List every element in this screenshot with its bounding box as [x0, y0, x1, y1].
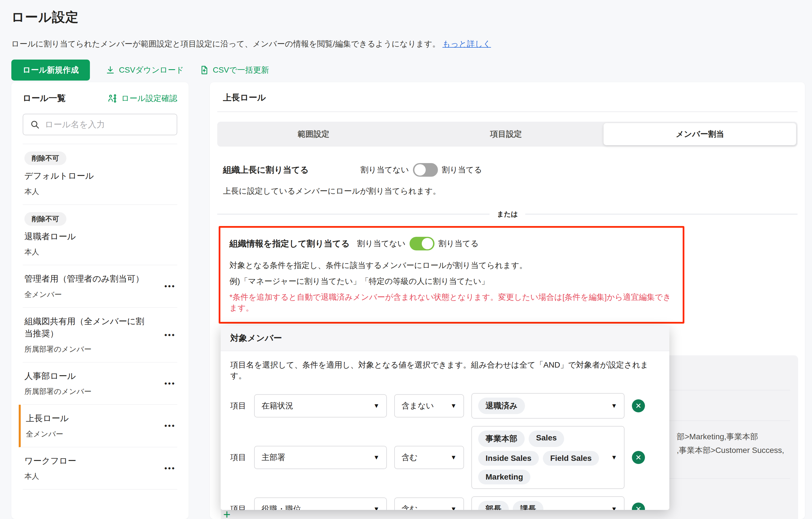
chevron-down-icon: ▼	[451, 402, 457, 409]
undeletable-badge: 削除不可	[24, 212, 66, 226]
chevron-down-icon: ▼	[451, 506, 457, 510]
more-menu-icon[interactable]: •••	[165, 464, 176, 472]
role-detail-tabs: 範囲設定 項目設定 メンバー割当	[217, 122, 798, 147]
values-multiselect[interactable]: 退職済み ▼	[471, 393, 625, 419]
assign-org-info-row: 組織情報を指定して割り当てる 割り当てない 割り当てる	[229, 237, 674, 251]
role-settings-check-link[interactable]: ロール設定確認	[108, 93, 177, 104]
assign-org-info-toggle[interactable]	[410, 237, 435, 251]
chevron-down-icon: ▼	[611, 402, 617, 409]
toggle-off-label: 割り当てない	[360, 165, 409, 175]
tab-scope-settings[interactable]: 範囲設定	[217, 122, 410, 147]
operator-select[interactable]: 含む ▼	[394, 497, 464, 510]
download-icon	[106, 65, 115, 75]
clipped-condition-value: ,事業本部>Customer Success,	[677, 445, 784, 456]
assign-superior-description: 上長に設定しているメンバーにロールが割り当てられます。	[223, 186, 798, 197]
target-members-editor: 対象メンバー 項目名を選択して、条件を適用し、対象となる値を選択できます。組み合…	[221, 325, 669, 510]
page-header: ロール設定 ロールに割り当てられたメンバーが範囲設定と項目設定に沿って、メンバー…	[0, 0, 812, 81]
value-pill: Sales	[529, 431, 564, 447]
value-pill: Marketing	[478, 470, 530, 484]
chevron-down-icon: ▼	[373, 454, 379, 461]
field-select[interactable]: 在籍状況 ▼	[254, 394, 387, 417]
sidebar-item-retired-role[interactable]: 削除不可 退職者ロール 本人	[23, 205, 177, 265]
toggle-on-label: 割り当てる	[438, 238, 479, 249]
assign-org-info-example: 例)「マネージャーに割り当てたい」「特定の等級の人に割り当てたい」	[229, 276, 674, 287]
role-list-title: ロール一覧	[23, 92, 65, 104]
role-diagram-icon	[108, 94, 117, 103]
or-divider-label: または	[497, 209, 518, 219]
sidebar-item-workflow-role[interactable]: ワークフロー 本人 •••	[23, 447, 177, 490]
role-search-input[interactable]	[45, 120, 170, 129]
value-pill: Inside Sales	[478, 451, 539, 466]
sidebar-item-superior-role[interactable]: 上長ロール 全メンバー •••	[19, 405, 177, 447]
page-description-text: ロールに割り当てられたメンバーが範囲設定と項目設定に沿って、メンバーの情報を閲覧…	[11, 39, 440, 48]
chevron-down-icon: ▼	[451, 454, 457, 461]
condition-row: 項目 役職・職位 ▼ 含む ▼ 部長 課長 ▼	[230, 496, 660, 510]
retired-members-warning: *条件を追加すると自動で退職済みメンバーが含まれない状態となります。変更したい場…	[229, 292, 674, 313]
role-list-sidebar: ロール一覧 ロール設定確認 削除不可 デフォルトロール 本人	[11, 82, 188, 519]
value-pill: 退職済み	[478, 398, 525, 414]
role-settings-page: ロール設定 ロールに割り当てられたメンバーが範囲設定と項目設定に沿って、メンバー…	[0, 0, 812, 519]
condition-row-label: 項目	[230, 400, 247, 411]
chevron-down-icon: ▼	[611, 506, 617, 510]
file-upload-icon	[200, 65, 209, 75]
learn-more-link[interactable]: もっと詳しく	[442, 39, 491, 48]
values-multiselect[interactable]: 部長 課長 ▼	[471, 496, 625, 510]
editor-description: 項目名を選択して、条件を適用し、対象となる値を選択できます。組み合わせは全て「A…	[230, 359, 660, 381]
sidebar-item-default-role[interactable]: 削除不可 デフォルトロール 本人	[23, 144, 177, 205]
operator-select[interactable]: 含まない ▼	[394, 394, 464, 417]
remove-condition-button[interactable]: ✕	[632, 451, 645, 464]
more-menu-icon[interactable]: •••	[165, 422, 176, 430]
operator-select[interactable]: 含む ▼	[394, 446, 464, 469]
sidebar-item-orgchart-share-role[interactable]: 組織図共有用（全メンバーに割当推奨） 所属部署のメンバー •••	[23, 308, 177, 363]
toggle-knob	[414, 164, 426, 176]
more-menu-icon[interactable]: •••	[165, 282, 176, 291]
chevron-down-icon: ▼	[373, 506, 379, 510]
value-pill: 事業本部	[478, 431, 525, 447]
condition-row: 項目 主部署 ▼ 含む ▼ 事業本部 Sales Inside Sales	[230, 426, 660, 489]
assign-superior-label: 組織上長に割り当てる	[223, 164, 360, 176]
field-select[interactable]: 役職・職位 ▼	[254, 497, 387, 510]
assign-org-info-description: 対象となる条件を指定し、条件に該当するメンバーにロールが割り当てられます。	[229, 260, 674, 271]
sidebar-item-admin-role[interactable]: 管理者用（管理者のみ割当可） 全メンバー •••	[23, 265, 177, 308]
remove-condition-button[interactable]: ✕	[632, 502, 645, 510]
values-multiselect[interactable]: 事業本部 Sales Inside Sales Field Sales Mark…	[471, 426, 625, 489]
tab-member-assignment[interactable]: メンバー割当	[604, 123, 796, 145]
field-select[interactable]: 主部署 ▼	[254, 446, 387, 469]
more-menu-icon[interactable]: •••	[165, 379, 176, 388]
editor-title: 対象メンバー	[221, 325, 669, 351]
toggle-off-label: 割り当てない	[357, 238, 406, 249]
selected-role-title: 上長ロール	[223, 92, 798, 104]
value-pill: Field Sales	[543, 451, 599, 466]
chevron-down-icon: ▼	[611, 454, 617, 461]
tab-item-settings[interactable]: 項目設定	[410, 122, 602, 147]
assign-org-info-label: 組織情報を指定して割り当てる	[229, 238, 357, 250]
page-title: ロール設定	[11, 8, 801, 26]
clipped-condition-value: 部>Marketing,事業本部	[677, 431, 758, 442]
title-divider	[217, 112, 798, 112]
sidebar-item-hr-role[interactable]: 人事部ロール 所属部署のメンバー •••	[23, 363, 177, 405]
more-menu-icon[interactable]: •••	[165, 330, 176, 339]
role-detail-panel: 上長ロール 範囲設定 項目設定 メンバー割当 組織上長に割り当てる 割り当てない…	[210, 82, 805, 519]
action-bar: ロール新規作成 CSVダウンロード CSVで一括更新	[11, 60, 801, 81]
condition-row: 項目 在籍状況 ▼ 含まない ▼ 退職済み ▼ ✕	[230, 393, 660, 419]
condition-row-label: 項目	[230, 504, 247, 510]
remove-condition-button[interactable]: ✕	[632, 399, 645, 412]
condition-row-label: 項目	[230, 452, 247, 463]
search-icon	[30, 120, 40, 129]
page-description: ロールに割り当てられたメンバーが範囲設定と項目設定に沿って、メンバーの情報を閲覧…	[11, 38, 801, 49]
role-search-box	[23, 114, 177, 135]
undeletable-badge: 削除不可	[24, 151, 66, 165]
annotation-highlight-box: 組織情報を指定して割り当てる 割り当てない 割り当てる 対象となる条件を指定し、…	[219, 226, 685, 324]
assign-superior-toggle[interactable]	[413, 163, 438, 177]
chevron-down-icon: ▼	[373, 402, 379, 409]
toggle-knob	[422, 238, 433, 249]
toggle-on-label: 割り当てる	[442, 165, 482, 175]
value-pill: 課長	[513, 501, 544, 510]
or-divider: または	[217, 209, 798, 219]
csv-download-button[interactable]: CSVダウンロード	[106, 65, 184, 76]
csv-bulk-update-button[interactable]: CSVで一括更新	[200, 65, 269, 76]
create-role-button[interactable]: ロール新規作成	[11, 60, 90, 81]
assign-superior-section: 組織上長に割り当てる 割り当てない 割り当てる 上長に設定しているメンバーにロー…	[223, 163, 798, 197]
value-pill: 部長	[478, 501, 509, 510]
